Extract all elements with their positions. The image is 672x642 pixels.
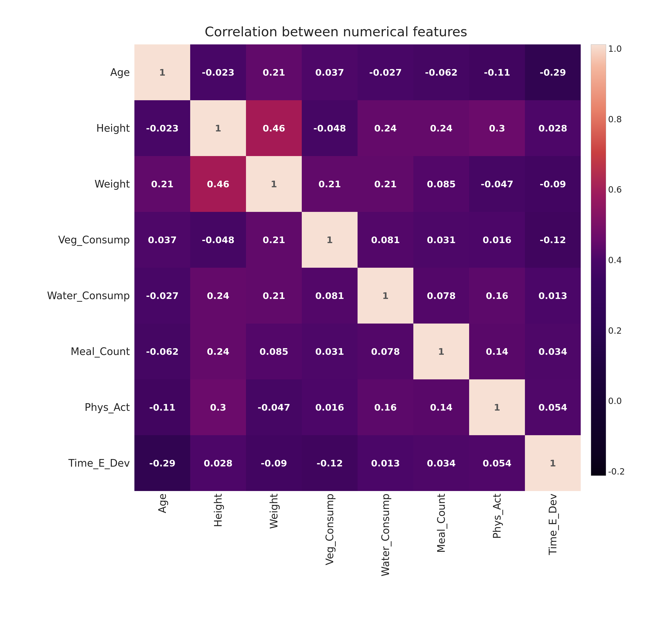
cell-5-6: 0.14 bbox=[469, 323, 525, 380]
colorbar-tick: 1.0 bbox=[608, 44, 625, 53]
left-labels: AgeHeightWeightVeg_ConsumpWater_ConsumpM… bbox=[47, 44, 135, 491]
cell-1-6: 0.3 bbox=[469, 100, 525, 156]
cell-5-1: 0.24 bbox=[190, 323, 246, 380]
bottom-label-water_consump: Water_Consump bbox=[380, 493, 391, 577]
left-label-weight: Weight bbox=[95, 156, 130, 212]
cell-1-4: 0.24 bbox=[358, 100, 413, 156]
bottom-label-wrap-weight: Weight bbox=[246, 493, 302, 549]
chart-container: Correlation between numerical features A… bbox=[32, 16, 640, 626]
cell-6-3: 0.016 bbox=[302, 380, 358, 435]
bottom-label-wrap-water_consump: Water_Consump bbox=[358, 493, 413, 549]
left-label-water_consump: Water_Consump bbox=[47, 268, 130, 323]
cell-6-0: -0.11 bbox=[134, 380, 190, 435]
cell-7-2: -0.09 bbox=[246, 435, 302, 491]
cell-7-4: 0.013 bbox=[358, 435, 413, 491]
cell-2-1: 0.46 bbox=[190, 156, 246, 212]
cell-4-3: 0.081 bbox=[302, 268, 358, 323]
colorbar-ticks: 1.00.80.60.40.20.0-0.2 bbox=[606, 44, 625, 476]
cell-3-5: 0.031 bbox=[413, 212, 469, 268]
cell-7-1: 0.028 bbox=[190, 435, 246, 491]
bottom-label-veg_consump: Veg_Consump bbox=[324, 493, 335, 565]
left-label-height: Height bbox=[96, 100, 130, 156]
cell-3-2: 0.21 bbox=[246, 212, 302, 268]
cell-7-7: 1 bbox=[525, 435, 581, 491]
cell-4-2: 0.21 bbox=[246, 268, 302, 323]
left-label-meal_count: Meal_Count bbox=[71, 323, 130, 380]
cell-4-6: 0.16 bbox=[469, 268, 525, 323]
cell-6-2: -0.047 bbox=[246, 380, 302, 435]
cell-5-2: 0.085 bbox=[246, 323, 302, 380]
cell-2-7: -0.09 bbox=[525, 156, 581, 212]
cell-0-3: 0.037 bbox=[302, 44, 358, 100]
cell-5-3: 0.031 bbox=[302, 323, 358, 380]
cell-6-7: 0.054 bbox=[525, 380, 581, 435]
cell-1-1: 1 bbox=[190, 100, 246, 156]
cell-3-0: 0.037 bbox=[134, 212, 190, 268]
chart-title: Correlation between numerical features bbox=[32, 16, 640, 39]
colorbar-tick: -0.2 bbox=[608, 467, 625, 476]
colorbar-wrapper: 1.00.80.60.40.20.0-0.2 bbox=[591, 44, 625, 476]
cell-4-7: 0.013 bbox=[525, 268, 581, 323]
bottom-label-wrap-veg_consump: Veg_Consump bbox=[302, 493, 358, 549]
colorbar-tick: 0.0 bbox=[608, 397, 625, 405]
bottom-label-time_e_dev: Time_E_Dev bbox=[547, 493, 559, 555]
cell-6-4: 0.16 bbox=[358, 380, 413, 435]
cell-4-4: 1 bbox=[358, 268, 413, 323]
cell-1-3: -0.048 bbox=[302, 100, 358, 156]
colorbar-tick: 0.6 bbox=[608, 185, 625, 194]
bottom-label-phys_act: Phys_Act bbox=[491, 493, 503, 539]
colorbar-tick: 0.8 bbox=[608, 115, 625, 124]
cell-3-6: 0.016 bbox=[469, 212, 525, 268]
cell-0-7: -0.29 bbox=[525, 44, 581, 100]
colorbar-tick: 0.2 bbox=[608, 326, 625, 335]
bottom-labels: AgeHeightWeightVeg_ConsumpWater_ConsumpM… bbox=[134, 493, 581, 549]
cell-0-0: 1 bbox=[134, 44, 190, 100]
cell-5-5: 1 bbox=[413, 323, 469, 380]
chart-body: AgeHeightWeightVeg_ConsumpWater_ConsumpM… bbox=[32, 44, 640, 623]
cell-0-2: 0.21 bbox=[246, 44, 302, 100]
cell-6-6: 1 bbox=[469, 380, 525, 435]
colorbar-container: 1.00.80.60.40.20.0-0.2 bbox=[591, 44, 625, 491]
bottom-label-wrap-meal_count: Meal_Count bbox=[413, 493, 469, 549]
cell-7-5: 0.034 bbox=[413, 435, 469, 491]
cell-5-7: 0.034 bbox=[525, 323, 581, 380]
cell-1-7: 0.028 bbox=[525, 100, 581, 156]
left-label-phys_act: Phys_Act bbox=[85, 380, 130, 435]
cell-5-4: 0.078 bbox=[358, 323, 413, 380]
cell-3-3: 1 bbox=[302, 212, 358, 268]
cell-2-3: 0.21 bbox=[302, 156, 358, 212]
left-label-time_e_dev: Time_E_Dev bbox=[68, 435, 130, 491]
cell-7-0: -0.29 bbox=[134, 435, 190, 491]
bottom-label-wrap-height: Height bbox=[190, 493, 246, 549]
cell-5-0: -0.062 bbox=[134, 323, 190, 380]
left-label-age: Age bbox=[110, 44, 130, 100]
cell-4-1: 0.24 bbox=[190, 268, 246, 323]
bottom-label-wrap-time_e_dev: Time_E_Dev bbox=[525, 493, 581, 549]
cell-7-3: -0.12 bbox=[302, 435, 358, 491]
cell-1-2: 0.46 bbox=[246, 100, 302, 156]
cell-3-4: 0.081 bbox=[358, 212, 413, 268]
cell-1-0: -0.023 bbox=[134, 100, 190, 156]
cell-2-5: 0.085 bbox=[413, 156, 469, 212]
bottom-label-age: Age bbox=[157, 493, 168, 513]
bottom-label-height: Height bbox=[212, 493, 224, 527]
bottom-label-wrap-age: Age bbox=[134, 493, 190, 549]
cell-3-1: -0.048 bbox=[190, 212, 246, 268]
left-label-veg_consump: Veg_Consump bbox=[58, 212, 130, 268]
heatmap-grid: 1-0.0230.210.037-0.027-0.062-0.11-0.29-0… bbox=[134, 44, 581, 491]
cell-4-5: 0.078 bbox=[413, 268, 469, 323]
cell-4-0: -0.027 bbox=[134, 268, 190, 323]
cell-6-1: 0.3 bbox=[190, 380, 246, 435]
cell-2-4: 0.21 bbox=[358, 156, 413, 212]
cell-0-1: -0.023 bbox=[190, 44, 246, 100]
cell-2-6: -0.047 bbox=[469, 156, 525, 212]
cell-7-6: 0.054 bbox=[469, 435, 525, 491]
bottom-label-weight: Weight bbox=[268, 493, 280, 529]
cell-3-7: -0.12 bbox=[525, 212, 581, 268]
cell-2-2: 1 bbox=[246, 156, 302, 212]
cell-0-4: -0.027 bbox=[358, 44, 413, 100]
cell-0-5: -0.062 bbox=[413, 44, 469, 100]
cell-6-5: 0.14 bbox=[413, 380, 469, 435]
bottom-label-wrap-phys_act: Phys_Act bbox=[469, 493, 525, 549]
colorbar bbox=[591, 44, 606, 476]
